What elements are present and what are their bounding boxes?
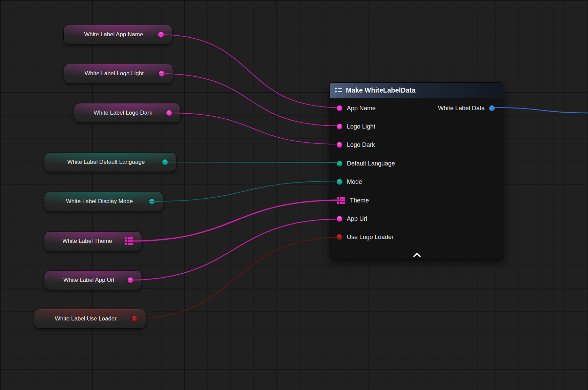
app-url-input-pin[interactable] — [337, 216, 342, 222]
input-pin-label: Use Logo Loader — [347, 234, 394, 241]
getter-label: White Label App Name — [73, 31, 154, 38]
getter-label: White Label Logo Light — [74, 70, 155, 77]
getter-node-white-label-logo-dark[interactable]: White Label Logo Dark — [74, 103, 181, 123]
theme-struct-pin[interactable] — [125, 237, 133, 245]
wire-teal-4 — [149, 181, 339, 201]
app-name-input-pin[interactable] — [337, 105, 342, 111]
getter-node-white-label-default-language[interactable]: White Label Default Language — [44, 152, 176, 172]
input-pin-label: Logo Dark — [347, 141, 375, 149]
wire-pink-6 — [128, 219, 339, 280]
white-label-logo-dark-output-pin[interactable] — [166, 110, 172, 116]
white-label-logo-light-output-pin[interactable] — [159, 71, 165, 77]
getter-label: White Label Logo Dark — [84, 110, 162, 116]
wire-blue-8 — [490, 108, 588, 113]
blueprint-graph-canvas[interactable]: White Label App Name White Label Logo Li… — [0, 0, 588, 390]
input-pin-label: Theme — [350, 197, 369, 204]
getter-label: White Label Default Language — [54, 159, 158, 165]
use-logo-loader-input-pin[interactable] — [337, 234, 342, 240]
white-label-use-loader-output-pin[interactable] — [132, 316, 138, 322]
white-label-data-output-pin[interactable] — [489, 105, 495, 111]
input-pin-row: Logo Dark — [330, 136, 504, 154]
input-pin-label: Logo Light — [347, 123, 375, 130]
input-pin-label: Mode — [347, 178, 362, 186]
white-label-default-language-output-pin[interactable] — [162, 159, 168, 165]
getter-node-white-label-theme[interactable]: White Label Theme — [44, 231, 142, 251]
input-pin-row: Theme — [330, 191, 504, 210]
node-header[interactable]: Make WhiteLabelData — [330, 83, 504, 98]
getter-label: White Label App Url — [54, 277, 124, 284]
getter-label: White Label Theme — [54, 238, 121, 245]
input-pin-row: Logo Light — [330, 117, 504, 136]
wire-pink-2 — [167, 113, 339, 144]
chevron-up-icon — [413, 253, 421, 257]
input-pin-row: Mode — [330, 173, 504, 191]
output-pin-label: White Label Data — [438, 105, 485, 112]
logo-light-input-pin[interactable] — [337, 124, 342, 130]
input-pin-label: App Name — [347, 105, 376, 112]
input-pin-row: Use Logo Loader — [330, 228, 504, 247]
logo-dark-input-pin[interactable] — [337, 142, 342, 148]
input-pin-label: Default Language — [347, 160, 395, 167]
getter-label: White Label Display Mode — [54, 198, 145, 205]
input-pin-label: App Url — [347, 215, 367, 222]
wire-pink-1 — [160, 74, 339, 126]
mode-input-pin[interactable] — [337, 179, 342, 185]
white-label-app-name-output-pin[interactable] — [158, 32, 164, 38]
getter-node-white-label-display-mode[interactable]: White Label Display Mode — [44, 192, 163, 211]
input-pin-row: App Url — [330, 210, 504, 228]
getter-node-white-label-app-name[interactable]: White Label App Name — [63, 25, 172, 44]
getter-node-white-label-logo-light[interactable]: White Label Logo Light — [64, 64, 173, 83]
getter-label: White Label Use Loader — [44, 315, 128, 322]
input-pin-rows: App Name Logo Light Logo Dark Default La… — [330, 99, 504, 247]
input-pin-row: Default Language — [330, 154, 504, 173]
getter-node-white-label-app-url[interactable]: White Label App Url — [44, 270, 142, 290]
theme-input-pin[interactable] — [337, 197, 345, 204]
wire-teal-3 — [163, 162, 339, 162]
white-label-app-url-output-pin[interactable] — [128, 277, 133, 283]
white-label-display-mode-output-pin[interactable] — [149, 199, 155, 204]
make-struct-icon — [334, 87, 342, 94]
wire-red-7 — [132, 237, 340, 319]
collapse-chevron-button[interactable] — [411, 252, 423, 258]
node-title: Make WhiteLabelData — [346, 86, 416, 94]
getter-node-white-label-use-loader[interactable]: White Label Use Loader — [34, 309, 146, 329]
wire-pink-0 — [159, 35, 339, 108]
output-pin-row: White Label Data — [438, 99, 495, 117]
default-language-input-pin[interactable] — [337, 161, 342, 167]
make-whitelabeldata-node[interactable]: Make WhiteLabelData App Name Logo Light … — [330, 82, 504, 259]
